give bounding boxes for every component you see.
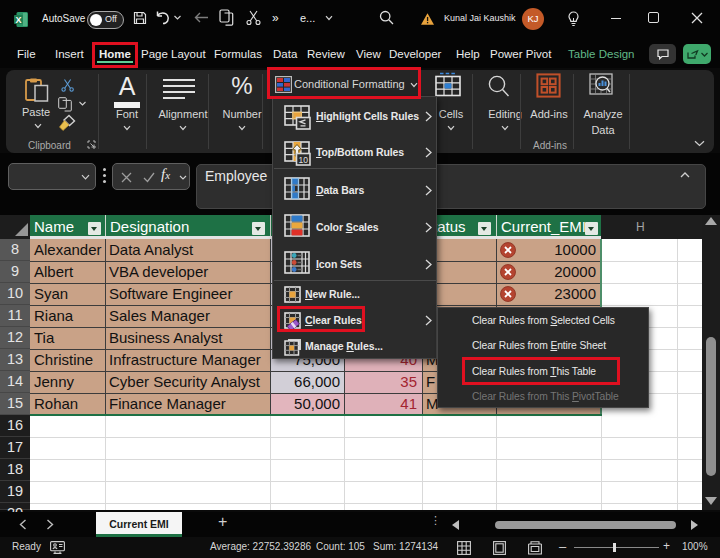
svg-text:X: X — [15, 15, 21, 25]
svg-text:10: 10 — [299, 155, 309, 165]
